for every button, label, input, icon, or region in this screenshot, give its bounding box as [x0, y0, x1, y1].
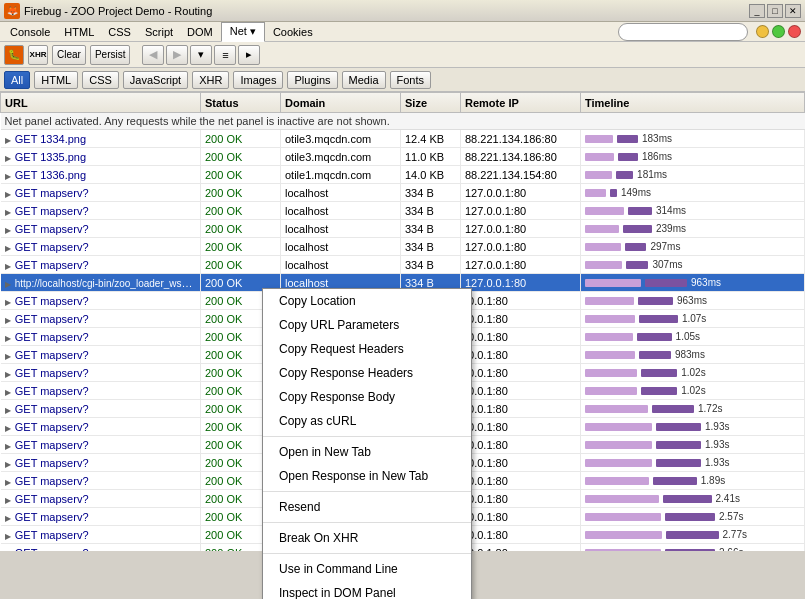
- win-minimize-btn[interactable]: [756, 25, 769, 38]
- context-menu-item[interactable]: Copy as cURL: [263, 409, 471, 433]
- table-row[interactable]: ▶ GET mapserv?200 OKlocalhost334 B127.0.…: [1, 238, 805, 256]
- table-row[interactable]: ▶ GET mapserv?200 OKlocalhost334 B127.0.…: [1, 202, 805, 220]
- row-expand-icon[interactable]: ▶: [5, 262, 13, 271]
- cell-url[interactable]: ▶ GET mapserv?: [1, 490, 201, 508]
- col-size[interactable]: Size: [401, 93, 461, 113]
- cell-url[interactable]: ▶ GET 1335.png: [1, 148, 201, 166]
- row-expand-icon[interactable]: ▶: [5, 406, 13, 415]
- row-expand-icon[interactable]: ▶: [5, 280, 13, 289]
- filter-images[interactable]: Images: [233, 71, 283, 89]
- row-expand-icon[interactable]: ▶: [5, 460, 13, 469]
- cell-url[interactable]: ▶ GET mapserv?: [1, 292, 201, 310]
- cell-url[interactable]: ▶ GET mapserv?: [1, 382, 201, 400]
- menu-dom[interactable]: DOM: [181, 25, 219, 39]
- row-expand-icon[interactable]: ▶: [5, 226, 13, 235]
- cell-url[interactable]: ▶ http://localhost/cgi-bin/zoo_loader_ws…: [1, 274, 201, 292]
- row-expand-icon[interactable]: ▶: [5, 388, 13, 397]
- filter-css[interactable]: CSS: [82, 71, 119, 89]
- filter-fonts[interactable]: Fonts: [390, 71, 432, 89]
- filter-xhr[interactable]: XHR: [192, 71, 229, 89]
- context-menu-item[interactable]: Copy Location: [263, 289, 471, 313]
- cell-url[interactable]: ▶ GET mapserv?: [1, 544, 201, 552]
- row-expand-icon[interactable]: ▶: [5, 424, 13, 433]
- row-expand-icon[interactable]: ▶: [5, 334, 13, 343]
- table-row[interactable]: ▶ GET mapserv?200 OKlocalhost334 B127.0.…: [1, 256, 805, 274]
- context-menu-item[interactable]: Open in New Tab: [263, 440, 471, 464]
- cell-url[interactable]: ▶ GET mapserv?: [1, 184, 201, 202]
- search-input[interactable]: [618, 23, 748, 41]
- col-remote-ip[interactable]: Remote IP: [461, 93, 581, 113]
- context-menu-item[interactable]: Copy URL Parameters: [263, 313, 471, 337]
- row-expand-icon[interactable]: ▶: [5, 442, 13, 451]
- cell-url[interactable]: ▶ GET mapserv?: [1, 364, 201, 382]
- filter-html[interactable]: HTML: [34, 71, 78, 89]
- context-menu-item[interactable]: Break On XHR: [263, 526, 471, 550]
- col-domain[interactable]: Domain: [281, 93, 401, 113]
- context-menu-item[interactable]: Copy Response Headers: [263, 361, 471, 385]
- col-timeline[interactable]: Timeline: [581, 93, 805, 113]
- cell-url[interactable]: ▶ GET 1336.png: [1, 166, 201, 184]
- table-row[interactable]: ▶ GET 1334.png200 OKotile3.mqcdn.com12.4…: [1, 130, 805, 148]
- cell-url[interactable]: ▶ GET 1334.png: [1, 130, 201, 148]
- nav-menu-button[interactable]: ▾: [190, 45, 212, 65]
- row-expand-icon[interactable]: ▶: [5, 514, 13, 523]
- menu-css[interactable]: CSS: [102, 25, 137, 39]
- persist-button[interactable]: Persist: [90, 45, 131, 65]
- row-expand-icon[interactable]: ▶: [5, 208, 13, 217]
- cell-url[interactable]: ▶ GET mapserv?: [1, 436, 201, 454]
- nav-back-button[interactable]: ◀: [142, 45, 164, 65]
- context-menu-item[interactable]: Resend: [263, 495, 471, 519]
- menu-html[interactable]: HTML: [58, 25, 100, 39]
- row-expand-icon[interactable]: ▶: [5, 244, 13, 253]
- context-menu-item[interactable]: Open Response in New Tab: [263, 464, 471, 488]
- row-expand-icon[interactable]: ▶: [5, 154, 13, 163]
- row-expand-icon[interactable]: ▶: [5, 352, 13, 361]
- firebug-close-icon[interactable]: [756, 25, 801, 38]
- menu-net[interactable]: Net ▾: [221, 22, 265, 42]
- filter-all[interactable]: All: [4, 71, 30, 89]
- cell-url[interactable]: ▶ GET mapserv?: [1, 400, 201, 418]
- cell-url[interactable]: ▶ GET mapserv?: [1, 256, 201, 274]
- context-menu-item[interactable]: Use in Command Line: [263, 557, 471, 581]
- filter-javascript[interactable]: JavaScript: [123, 71, 188, 89]
- context-menu-item[interactable]: Copy Response Body: [263, 385, 471, 409]
- table-row[interactable]: ▶ GET 1336.png200 OKotile1.mqcdn.com14.0…: [1, 166, 805, 184]
- cell-url[interactable]: ▶ GET mapserv?: [1, 472, 201, 490]
- cell-url[interactable]: ▶ GET mapserv?: [1, 202, 201, 220]
- context-menu-item[interactable]: Copy Request Headers: [263, 337, 471, 361]
- row-expand-icon[interactable]: ▶: [5, 532, 13, 541]
- cell-url[interactable]: ▶ GET mapserv?: [1, 508, 201, 526]
- cell-url[interactable]: ▶ GET mapserv?: [1, 526, 201, 544]
- maximize-button[interactable]: □: [767, 4, 783, 18]
- hamburger-button[interactable]: ≡: [214, 45, 236, 65]
- row-expand-icon[interactable]: ▶: [5, 478, 13, 487]
- win-close-btn[interactable]: [788, 25, 801, 38]
- nav-fwd-button[interactable]: ▶: [166, 45, 188, 65]
- row-expand-icon[interactable]: ▶: [5, 298, 13, 307]
- row-expand-icon[interactable]: ▶: [5, 550, 13, 552]
- filter-plugins[interactable]: Plugins: [287, 71, 337, 89]
- win-maximize-btn[interactable]: [772, 25, 785, 38]
- cell-url[interactable]: ▶ GET mapserv?: [1, 328, 201, 346]
- table-row[interactable]: ▶ GET 1335.png200 OKotile3.mqcdn.com11.0…: [1, 148, 805, 166]
- row-expand-icon[interactable]: ▶: [5, 190, 13, 199]
- cell-url[interactable]: ▶ GET mapserv?: [1, 418, 201, 436]
- row-expand-icon[interactable]: ▶: [5, 136, 13, 145]
- cell-url[interactable]: ▶ GET mapserv?: [1, 346, 201, 364]
- menu-script[interactable]: Script: [139, 25, 179, 39]
- menu-console[interactable]: Console: [4, 25, 56, 39]
- menu-cookies[interactable]: Cookies: [267, 25, 319, 39]
- context-menu-item[interactable]: Inspect in DOM Panel: [263, 581, 471, 599]
- cell-url[interactable]: ▶ GET mapserv?: [1, 220, 201, 238]
- col-status[interactable]: Status: [201, 93, 281, 113]
- row-expand-icon[interactable]: ▶: [5, 370, 13, 379]
- clear-button[interactable]: Clear: [52, 45, 86, 65]
- title-bar-controls[interactable]: _ □ ✕: [749, 4, 801, 18]
- row-expand-icon[interactable]: ▶: [5, 316, 13, 325]
- cell-url[interactable]: ▶ GET mapserv?: [1, 310, 201, 328]
- row-expand-icon[interactable]: ▶: [5, 172, 13, 181]
- cell-url[interactable]: ▶ GET mapserv?: [1, 454, 201, 472]
- close-button[interactable]: ✕: [785, 4, 801, 18]
- more-button[interactable]: ▸: [238, 45, 260, 65]
- cell-url[interactable]: ▶ GET mapserv?: [1, 238, 201, 256]
